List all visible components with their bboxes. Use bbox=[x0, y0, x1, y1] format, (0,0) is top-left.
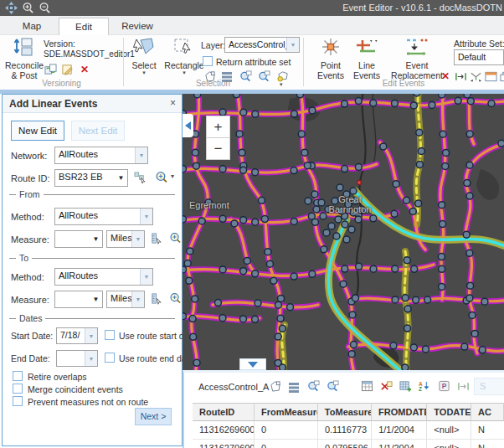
table-list-icon[interactable] bbox=[287, 380, 301, 394]
cell-tomeasure[interactable]: 0.0795596 bbox=[318, 440, 372, 448]
svg-text:P: P bbox=[441, 382, 446, 390]
from-section-divider: From bbox=[9, 189, 175, 199]
svg-text:Z: Z bbox=[419, 386, 422, 392]
chevron-down-icon bbox=[248, 362, 258, 368]
map-zoom-out-button[interactable]: − bbox=[206, 137, 230, 160]
from-method-dropdown[interactable]: AllRoutes ▼ bbox=[54, 208, 153, 225]
cell-todate[interactable]: <null> bbox=[427, 440, 471, 448]
line-events-icon bbox=[351, 37, 383, 59]
use-route-start-checkbox[interactable] bbox=[105, 330, 115, 340]
select-button[interactable]: Select ▾ bbox=[127, 37, 161, 75]
column-header-todate[interactable]: TODATE bbox=[427, 403, 471, 421]
zoom-in-icon[interactable] bbox=[20, 2, 35, 15]
version-value: SDE.MASSDOT_editor1 bbox=[44, 49, 135, 59]
table-identify-icon[interactable]: P bbox=[437, 379, 450, 393]
to-units-dropdown[interactable]: Miles ▼ bbox=[106, 291, 145, 308]
map-canvas[interactable]: Egremont Great Barrington + − bbox=[183, 94, 504, 370]
attribute-set-dropdown[interactable]: Default bbox=[454, 49, 504, 65]
table-select-polygon-icon[interactable] bbox=[268, 379, 281, 393]
new-edit-button[interactable]: New Edit bbox=[11, 121, 64, 141]
map-graphics bbox=[183, 94, 504, 370]
start-date-combo[interactable]: 7/18/ ▼ bbox=[56, 327, 98, 344]
to-method-caret-icon: ▼ bbox=[140, 269, 152, 285]
column-header-routeid[interactable]: RouteID bbox=[193, 403, 255, 421]
from-section-label: From bbox=[19, 189, 40, 199]
table-row[interactable]: 11316270600 0 0.0795596 1/1/2004 <null> … bbox=[193, 440, 504, 448]
retire-overlaps-label: Retire overlaps bbox=[28, 372, 87, 382]
table-row[interactable]: 11316269600 0 0.1116773 1/1/2004 <null> … bbox=[193, 421, 504, 440]
tab-review[interactable]: Review bbox=[116, 18, 159, 35]
attribute-set-label: Attribute Set: bbox=[454, 39, 504, 49]
table-sort-icon[interactable]: AZ bbox=[418, 379, 431, 393]
to-units-value: Miles bbox=[107, 291, 131, 307]
pan-icon[interactable] bbox=[3, 2, 18, 15]
column-header-tomeasure[interactable]: ToMeasure bbox=[318, 403, 372, 421]
map-zoom-in-button[interactable]: + bbox=[206, 116, 230, 138]
from-method-caret-icon: ▼ bbox=[140, 209, 152, 224]
rectangle-button[interactable]: Rectangle ▾ bbox=[162, 37, 206, 75]
cell-routeid[interactable]: 11316270600 bbox=[193, 440, 255, 448]
next-edit-button[interactable]: Next Edit bbox=[71, 121, 125, 141]
close-icon[interactable]: × bbox=[170, 97, 176, 109]
layer-dropdown-caret-icon: ▼ bbox=[286, 38, 299, 52]
layer-dropdown[interactable]: AccessControl_A ▼ bbox=[224, 37, 300, 53]
column-header-frommeasure[interactable]: FromMeasure bbox=[255, 403, 318, 421]
prevent-measures-checkbox[interactable] bbox=[13, 396, 23, 406]
collapse-panel-button[interactable] bbox=[183, 114, 193, 137]
table-add-rows-icon[interactable] bbox=[399, 379, 412, 393]
reconcile-post-button[interactable]: Reconcile & Post bbox=[5, 37, 44, 80]
new-version-icon[interactable] bbox=[60, 63, 74, 76]
line-events-button[interactable]: Line Events bbox=[351, 37, 383, 80]
collapse-table-button[interactable] bbox=[239, 358, 266, 370]
to-section-divider: To bbox=[9, 253, 175, 263]
next-button[interactable]: Next > bbox=[135, 408, 172, 425]
cell-ac[interactable]: N bbox=[471, 421, 504, 440]
edit-events-group-label: Edit Events bbox=[303, 79, 504, 88]
table-span-icon[interactable] bbox=[456, 379, 470, 393]
to-measure-pick-icon[interactable] bbox=[150, 292, 163, 306]
end-date-combo[interactable]: ▼ bbox=[56, 350, 98, 367]
cell-fromdate[interactable]: 1/1/2004 bbox=[372, 440, 427, 448]
attribute-table-panel: AccessControl_A AZ bbox=[183, 370, 504, 448]
to-method-dropdown[interactable]: AllRoutes ▼ bbox=[54, 268, 153, 286]
retire-overlaps-checkbox[interactable] bbox=[13, 371, 23, 381]
cell-frommeasure[interactable]: 0 bbox=[255, 440, 318, 448]
layer-dropdown-value: AccessControl_A bbox=[225, 38, 286, 52]
table-disabled-button: S bbox=[474, 378, 504, 395]
column-header-fromdate[interactable]: FROMDATE bbox=[372, 403, 427, 421]
reconcile-icon[interactable] bbox=[44, 63, 57, 76]
select-caret-icon: ▾ bbox=[127, 70, 161, 75]
to-measure-zoom-icon[interactable] bbox=[168, 291, 182, 305]
tab-map[interactable]: Map bbox=[12, 18, 52, 35]
from-measure-zoom-icon[interactable] bbox=[168, 231, 182, 245]
from-units-dropdown[interactable]: Miles ▼ bbox=[106, 230, 145, 248]
network-dropdown[interactable]: AllRoutes ▼ bbox=[54, 147, 148, 164]
zoom-route-icon[interactable] bbox=[155, 170, 168, 183]
column-header-ac[interactable]: AC bbox=[471, 403, 504, 421]
return-attribute-set-checkbox[interactable] bbox=[203, 56, 213, 66]
point-events-button[interactable]: Point Events bbox=[313, 37, 348, 80]
cell-fromdate[interactable]: 1/1/2004 bbox=[372, 421, 427, 440]
delete-version-icon[interactable]: ✕ bbox=[78, 63, 91, 76]
from-measure-pick-icon[interactable] bbox=[150, 232, 163, 245]
town-label-egremont: Egremont bbox=[189, 200, 229, 210]
route-id-dropdown[interactable]: BSR23 EB ▼ bbox=[54, 169, 128, 187]
select-route-icon[interactable] bbox=[133, 171, 147, 184]
zoom-out-icon[interactable] bbox=[37, 2, 52, 15]
cell-ac[interactable]: N bbox=[471, 440, 504, 448]
zoom-route-caret-icon[interactable]: ▾ bbox=[171, 174, 174, 179]
from-measure-combo[interactable]: ▼ bbox=[54, 230, 103, 248]
merge-coincident-checkbox[interactable] bbox=[13, 384, 23, 394]
cell-routeid[interactable]: 11316269600 bbox=[193, 421, 255, 440]
cell-tomeasure[interactable]: 0.1116773 bbox=[318, 421, 372, 440]
table-clear-selected-icon[interactable] bbox=[379, 379, 393, 393]
cell-todate[interactable]: <null> bbox=[427, 421, 471, 440]
to-measure-combo[interactable]: ▼ bbox=[54, 291, 103, 308]
table-pan-selected-icon[interactable] bbox=[326, 379, 339, 393]
use-route-end-checkbox[interactable] bbox=[105, 353, 115, 363]
cell-frommeasure[interactable]: 0 bbox=[255, 421, 318, 440]
tab-edit[interactable]: Edit bbox=[59, 18, 109, 35]
title-bar: Event Editor - v10.6.1 - docMassDOTN bbox=[0, 0, 504, 16]
table-calculate-icon[interactable] bbox=[360, 379, 373, 393]
table-zoom-selected-icon[interactable] bbox=[306, 379, 320, 393]
